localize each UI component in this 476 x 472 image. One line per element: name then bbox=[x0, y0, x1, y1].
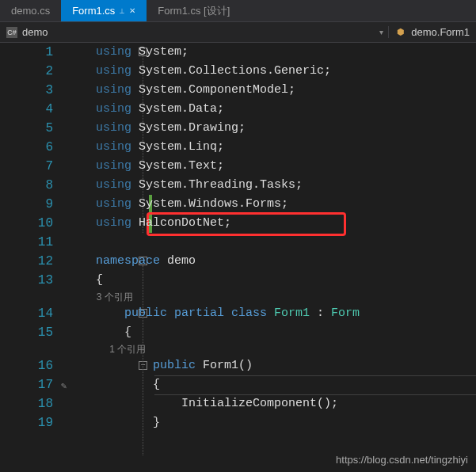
line-number-gutter: 1 2 3 4 5 6 7 8 9 10 11 12 13 14 15 16 1… bbox=[0, 43, 67, 472]
codelens-spacer bbox=[0, 290, 53, 304]
code-line: using System.Windows.Forms; bbox=[67, 195, 476, 214]
codelens[interactable]: 3 个引用 bbox=[67, 290, 476, 304]
tab-label: Form1.cs bbox=[72, 5, 115, 17]
code-area[interactable]: − − − − ✎ using System; using System.Col… bbox=[67, 43, 476, 472]
code-editor[interactable]: 1 2 3 4 5 6 7 8 9 10 11 12 13 14 15 16 1… bbox=[0, 43, 476, 472]
breadcrumb-left[interactable]: C# demo bbox=[6, 26, 48, 38]
csharp-icon: C# bbox=[6, 27, 17, 38]
watermark: https://blog.csdn.net/tingzhiyi bbox=[336, 454, 468, 466]
line-number: 3 bbox=[0, 81, 53, 100]
breadcrumb-right[interactable]: ⬢ demo.Form1 bbox=[388, 26, 470, 38]
line-number: 10 bbox=[0, 214, 53, 233]
code-line: } bbox=[67, 413, 476, 432]
code-line: { bbox=[67, 271, 476, 290]
code-line: { bbox=[67, 375, 476, 394]
tab-demo-cs[interactable]: demo.cs bbox=[0, 0, 61, 21]
line-number: 15 bbox=[0, 323, 53, 342]
code-line: public partial class Form1 : Form bbox=[67, 304, 476, 323]
line-number: 4 bbox=[0, 100, 53, 119]
tab-label: demo.cs bbox=[11, 5, 50, 17]
code-line: { bbox=[67, 323, 476, 342]
line-number: 19 bbox=[0, 413, 53, 432]
code-line: using System.ComponentModel; bbox=[67, 81, 476, 100]
breadcrumb-namespace: demo bbox=[22, 26, 48, 38]
codelens-spacer bbox=[0, 342, 53, 356]
line-number: 5 bbox=[0, 119, 53, 138]
code-line: InitializeComponent(); bbox=[67, 394, 476, 413]
code-line: using System; bbox=[67, 43, 476, 62]
line-number: 17 bbox=[0, 375, 53, 394]
code-line: using System.Text; bbox=[67, 157, 476, 176]
code-line: namespace demo bbox=[67, 252, 476, 271]
line-number: 12 bbox=[0, 252, 53, 271]
line-number: 11 bbox=[0, 233, 53, 252]
breadcrumb-class: demo.Form1 bbox=[411, 26, 470, 38]
tab-form1-designer[interactable]: Form1.cs [设计] bbox=[147, 0, 241, 21]
tab-bar: demo.cs Form1.cs ⟂ ✕ Form1.cs [设计] bbox=[0, 0, 476, 22]
chevron-down-icon[interactable]: ▾ bbox=[379, 28, 383, 36]
class-icon: ⬢ bbox=[395, 27, 406, 38]
line-number: 18 bbox=[0, 394, 53, 413]
tab-label: Form1.cs [设计] bbox=[158, 4, 230, 18]
line-number: 16 bbox=[0, 356, 53, 375]
line-number: 8 bbox=[0, 176, 53, 195]
pin-icon[interactable]: ⟂ bbox=[120, 6, 124, 15]
code-line: public Form1() bbox=[67, 356, 476, 375]
close-icon[interactable]: ✕ bbox=[129, 6, 135, 15]
breadcrumb: C# demo ▾ ⬢ demo.Form1 bbox=[0, 22, 476, 43]
line-number: 2 bbox=[0, 62, 53, 81]
line-number: 7 bbox=[0, 157, 53, 176]
line-number: 9 bbox=[0, 195, 53, 214]
line-number: 13 bbox=[0, 271, 53, 290]
code-line: using System.Threading.Tasks; bbox=[67, 176, 476, 195]
line-number: 1 bbox=[0, 43, 53, 62]
code-line: using System.Drawing; bbox=[67, 119, 476, 138]
code-line: using System.Data; bbox=[67, 100, 476, 119]
tab-form1-cs[interactable]: Form1.cs ⟂ ✕ bbox=[61, 0, 147, 21]
line-number: 14 bbox=[0, 304, 53, 323]
lightbulb-icon[interactable]: ✎ bbox=[61, 380, 67, 392]
code-line: using HalconDotNet; bbox=[67, 214, 476, 233]
code-line: using System.Linq; bbox=[67, 138, 476, 157]
code-line: using System.Collections.Generic; bbox=[67, 62, 476, 81]
line-number: 6 bbox=[0, 138, 53, 157]
codelens[interactable]: 1 个引用 bbox=[67, 342, 476, 356]
code-line bbox=[67, 233, 476, 252]
